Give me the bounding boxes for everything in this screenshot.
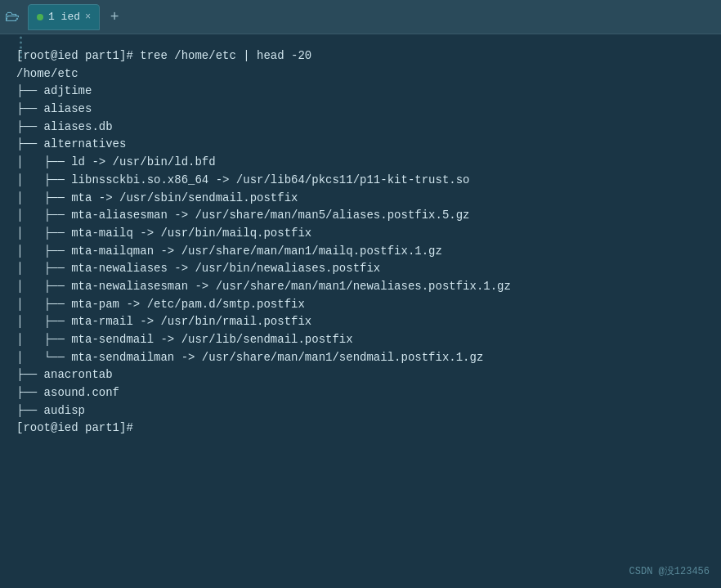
- terminal-output: [root@ied part1]# tree /home/etc | head …: [16, 47, 705, 438]
- terminal-window: 🗁 1 ied × + [root@ied part1]# tree /home…: [0, 0, 721, 588]
- terminal-body[interactable]: [root@ied part1]# tree /home/etc | head …: [0, 34, 721, 588]
- watermark: CSDN @没123456: [629, 564, 710, 578]
- resize-handle: [20, 37, 22, 59]
- tab-status-dot: [37, 14, 43, 20]
- folder-icon: 🗁: [5, 8, 20, 25]
- tab-close-button[interactable]: ×: [85, 11, 91, 23]
- new-tab-button[interactable]: +: [103, 6, 126, 29]
- tab-label: 1 ied: [48, 11, 80, 23]
- titlebar: 🗁 1 ied × +: [0, 0, 721, 34]
- terminal-tab[interactable]: 1 ied ×: [28, 4, 100, 30]
